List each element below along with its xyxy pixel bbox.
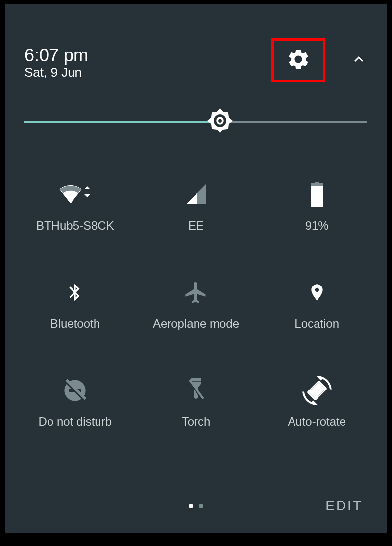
slider-track [24,121,368,123]
footer: EDIT [5,494,387,518]
tile-label: Location [294,317,339,331]
torch-off-icon [186,377,206,406]
svg-rect-3 [315,182,319,183]
quick-settings-panel: 6:07 pm Sat, 9 Jun [5,4,387,533]
tiles-grid: BTHub5-S8CK EE [5,171,387,465]
svg-point-2 [218,119,222,123]
clock-block[interactable]: 6:07 pm Sat, 9 Jun [24,46,88,80]
wifi-icon [58,181,92,210]
page-indicator[interactable] [189,504,203,508]
tile-label: Bluetooth [50,317,100,331]
tile-torch[interactable]: Torch [136,367,257,465]
page-dot-1 [189,504,193,508]
tile-bluetooth[interactable]: Bluetooth [15,269,136,367]
tile-label: BTHub5-S8CK [36,219,114,233]
tile-cellular[interactable]: EE [136,171,257,269]
autorotate-icon [302,376,332,407]
airplane-icon [183,280,209,307]
date-text: Sat, 9 Jun [24,65,88,80]
header: 6:07 pm Sat, 9 Jun [5,4,387,82]
signal-icon [184,182,208,208]
tile-dnd[interactable]: Do not disturb [15,367,136,465]
tile-label: Torch [182,415,211,429]
svg-rect-10 [191,378,201,381]
svg-rect-5 [311,183,323,186]
tile-label: EE [188,219,204,233]
battery-icon [310,182,324,209]
tile-wifi[interactable]: BTHub5-S8CK [15,171,136,269]
settings-button[interactable] [271,38,325,82]
time-text: 6:07 pm [24,46,88,65]
edit-button[interactable]: EDIT [325,498,363,514]
tile-battery[interactable]: 91% [256,171,377,269]
tile-label: Auto-rotate [288,415,346,429]
tile-airplane[interactable]: Aeroplane mode [136,269,257,367]
brightness-thumb[interactable] [205,105,235,138]
dnd-off-icon [62,378,88,405]
tile-autorotate[interactable]: Auto-rotate [256,367,377,465]
slider-fill [24,121,220,123]
tile-label: Do not disturb [39,415,112,429]
collapse-button[interactable] [345,46,372,75]
chevron-up-icon [350,61,368,70]
svg-rect-4 [311,183,323,207]
brightness-icon [205,129,235,137]
gear-icon [286,47,311,74]
location-icon [307,280,327,307]
tile-location[interactable]: Location [256,269,377,367]
bluetooth-icon [65,279,85,308]
brightness-slider[interactable] [24,107,368,136]
tile-label: Aeroplane mode [153,317,239,331]
tile-label: 91% [305,219,329,233]
page-dot-2 [199,504,203,508]
